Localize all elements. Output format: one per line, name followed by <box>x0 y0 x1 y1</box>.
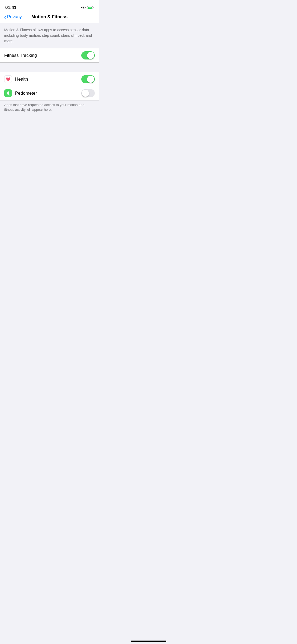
description-section: Motion & Fitness allows apps to access s… <box>0 23 99 48</box>
svg-rect-2 <box>93 7 94 8</box>
health-toggle-thumb <box>87 76 94 83</box>
footer-note: Apps that have requested access to your … <box>0 100 99 116</box>
status-time: 01:41 <box>5 5 16 10</box>
back-button[interactable]: ‹ Privacy <box>4 14 22 20</box>
health-row: Health <box>0 72 99 86</box>
status-icons <box>81 6 94 9</box>
fitness-tracking-toggle[interactable] <box>81 51 95 59</box>
pedometer-row-left: Pedometer <box>4 89 37 97</box>
wifi-icon <box>81 6 86 9</box>
fitness-tracking-row: Fitness Tracking <box>0 48 99 62</box>
chevron-left-icon: ‹ <box>4 14 6 20</box>
description-text: Motion & Fitness allows apps to access s… <box>4 27 95 44</box>
health-row-left: Health <box>4 75 28 83</box>
pedometer-row: Pedometer <box>0 86 99 100</box>
apps-group: Health Pedometer <box>0 72 99 100</box>
pedometer-label: Pedometer <box>15 91 37 96</box>
battery-icon <box>87 6 94 9</box>
back-label: Privacy <box>7 14 22 20</box>
nav-bar: ‹ Privacy Motion & Fitness <box>0 12 99 23</box>
health-app-icon <box>4 75 12 83</box>
health-label: Health <box>15 77 28 82</box>
pedometer-toggle[interactable] <box>81 89 95 97</box>
footer-note-text: Apps that have requested access to your … <box>4 103 95 112</box>
section-spacer <box>0 63 99 72</box>
toggle-thumb <box>87 52 94 59</box>
page-title: Motion & Fitness <box>31 14 68 20</box>
pedometer-toggle-thumb <box>82 90 89 97</box>
health-toggle[interactable] <box>81 75 95 83</box>
pedometer-app-icon <box>4 89 12 97</box>
content: Motion & Fitness allows apps to access s… <box>0 23 99 116</box>
svg-point-3 <box>8 91 9 92</box>
status-bar: 01:41 <box>0 0 99 12</box>
fitness-tracking-group: Fitness Tracking <box>0 48 99 63</box>
fitness-tracking-label: Fitness Tracking <box>4 53 37 58</box>
